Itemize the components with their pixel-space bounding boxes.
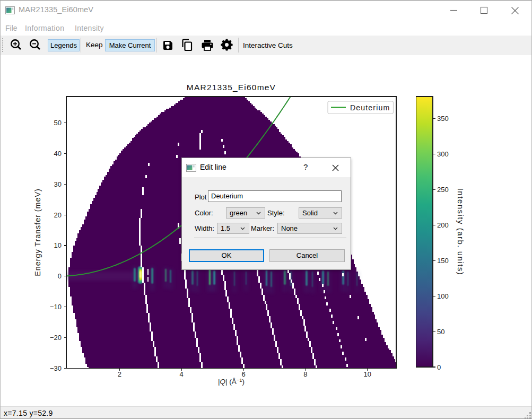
svg-text:150: 150 [437, 257, 449, 265]
svg-text:0: 0 [437, 363, 441, 371]
svg-text:100: 100 [437, 292, 449, 300]
svg-text:Intensity (arb. units): Intensity (arb. units) [456, 188, 465, 276]
svg-text:50: 50 [54, 119, 62, 127]
svg-text:2: 2 [118, 370, 121, 378]
svg-text:4: 4 [180, 370, 184, 378]
svg-text:10: 10 [54, 241, 62, 249]
svg-text:Deuterium: Deuterium [350, 103, 390, 112]
svg-text:40: 40 [54, 150, 62, 158]
svg-text:10: 10 [364, 370, 371, 378]
svg-text:Energy Transfer (meV): Energy Transfer (meV) [33, 188, 42, 276]
svg-text:250: 250 [437, 186, 449, 194]
svg-text:50: 50 [437, 328, 444, 336]
svg-text:−30: −30 [50, 364, 62, 372]
svg-text:200: 200 [437, 221, 449, 229]
svg-text:20: 20 [54, 211, 62, 219]
svg-text:350: 350 [437, 115, 449, 123]
svg-text:−20: −20 [50, 334, 62, 342]
svg-text:MAR21335_Ei60meV: MAR21335_Ei60meV [187, 83, 276, 92]
svg-text:300: 300 [437, 150, 449, 158]
svg-text:30: 30 [54, 180, 62, 188]
svg-text:8: 8 [303, 370, 307, 378]
svg-text:−10: −10 [50, 303, 62, 311]
svg-text:0: 0 [58, 272, 62, 280]
